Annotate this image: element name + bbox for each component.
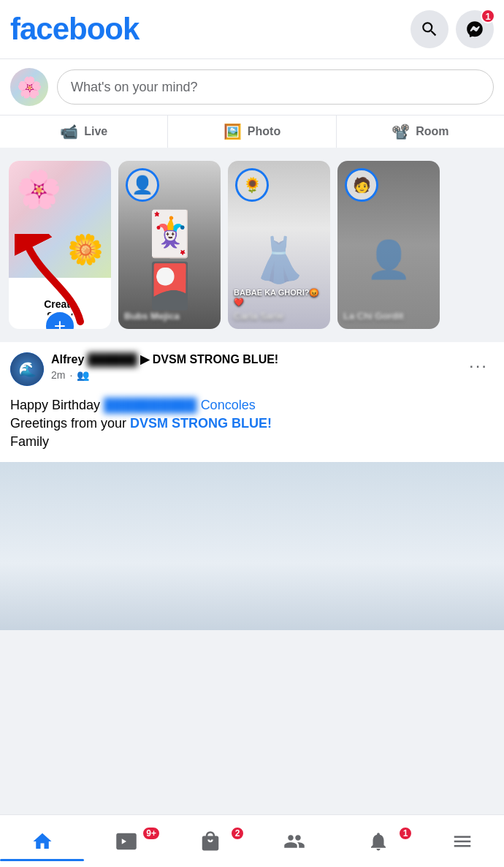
notifications-icon xyxy=(367,830,389,852)
live-icon: 📹 xyxy=(60,123,78,140)
action-bar: 📹 Live 🖼️ Photo 📽️ Room xyxy=(0,115,504,148)
nav-groups[interactable] xyxy=(252,826,336,857)
header: facebook 1 xyxy=(0,0,504,58)
room-icon: 📽️ xyxy=(392,123,410,140)
facebook-logo: facebook xyxy=(10,12,139,47)
post-blue-text: DVSM STRONG BLUE! xyxy=(130,416,272,431)
header-icons: 1 xyxy=(411,10,494,48)
post-placeholder: What's on your mind? xyxy=(71,80,198,95)
story-avatar-3: 🌻 xyxy=(235,168,269,202)
post-section: 🌊 Alfrey ██████ ▶ DVSM STRONG BLUE! 2m ·… xyxy=(0,342,504,630)
messenger-icon xyxy=(465,20,484,39)
post-avatar-inner: 🌊 xyxy=(10,352,44,386)
home-icon xyxy=(31,830,53,852)
post-family: Family xyxy=(10,434,49,449)
post-author-details: Alfrey ██████ ▶ DVSM STRONG BLUE! 2m · 👥 xyxy=(51,352,278,381)
stories-section: + CreateStory 🃏🎴 👤 Bubs Mejica 👗 xyxy=(0,154,504,336)
search-icon xyxy=(420,20,439,39)
story-avatar-4: 🧑 xyxy=(345,168,378,202)
post-author-blurred: ██████ xyxy=(88,352,137,368)
video-icon xyxy=(115,830,137,852)
menu-icon xyxy=(451,830,473,852)
more-options-button[interactable]: ··· xyxy=(463,352,494,379)
live-button[interactable]: 📹 Live xyxy=(0,116,168,148)
post-input[interactable]: What's on your mind? xyxy=(57,69,494,105)
nav-home[interactable] xyxy=(0,826,84,857)
nav-active-bar xyxy=(0,859,84,861)
story-avatar-2: 👤 xyxy=(126,168,159,202)
story-card-3[interactable]: 👗 🌻 BABAE KA GHORI?😡 ❤️ Carla Sarie xyxy=(228,161,330,329)
nav-notifications[interactable]: 1 xyxy=(336,826,420,857)
messenger-badge: 1 xyxy=(481,9,495,23)
groups-icon xyxy=(283,830,305,852)
post-bar: What's on your mind? xyxy=(0,58,504,115)
playing-cards-icon: 🃏🎴 xyxy=(118,208,221,311)
photo-icon: 🖼️ xyxy=(224,123,242,140)
story-username-2: Bubs Mejica xyxy=(124,311,215,322)
birthday-person-blurred: ██████████ xyxy=(104,396,197,414)
marketplace-icon xyxy=(199,830,221,852)
room-button[interactable]: 📽️ Room xyxy=(337,116,504,148)
story-bg-flower xyxy=(9,161,111,278)
post-dot: · xyxy=(69,369,72,381)
post-group-name: DVSM STRONG BLUE! xyxy=(153,353,278,366)
post-name-line: Alfrey ██████ ▶ DVSM STRONG BLUE! xyxy=(51,352,278,368)
post-content: Happy Birthday ██████████ Concoles Greet… xyxy=(0,390,504,462)
post-privacy-icon: 👥 xyxy=(77,369,89,381)
video-badge: 9+ xyxy=(142,826,161,841)
room-label: Room xyxy=(416,125,448,138)
bottom-nav: 9+ 2 1 xyxy=(0,814,504,867)
story-card-2[interactable]: 🃏🎴 👤 Bubs Mejica xyxy=(118,161,221,329)
post-author-info: 🌊 Alfrey ██████ ▶ DVSM STRONG BLUE! 2m ·… xyxy=(10,352,278,386)
marketplace-badge: 2 xyxy=(230,826,245,841)
happy-birthday-text: Happy Birthday xyxy=(10,398,104,412)
post-time: 2m xyxy=(51,369,65,381)
story-overlay-3: BABAE KA GHORI?😡 ❤️ xyxy=(234,288,324,307)
stories-wrapper: + CreateStory 🃏🎴 👤 Bubs Mejica 👗 xyxy=(0,161,504,329)
birthday-suffix: Concoles xyxy=(201,398,256,412)
post-image xyxy=(0,462,504,630)
post-author-avatar[interactable]: 🌊 xyxy=(10,352,44,386)
post-header: 🌊 Alfrey ██████ ▶ DVSM STRONG BLUE! 2m ·… xyxy=(0,342,504,390)
search-button[interactable] xyxy=(411,10,448,48)
create-story-card[interactable]: + CreateStory xyxy=(9,161,111,329)
story-username-4: La Chi Gordit xyxy=(343,311,434,322)
photo-label: Photo xyxy=(248,125,280,138)
story-username-3: Carla Sarie xyxy=(234,311,324,322)
story-card-4[interactable]: 👤 🧑 La Chi Gordit xyxy=(337,161,440,329)
nav-video[interactable]: 9+ xyxy=(84,826,168,857)
notifications-badge: 1 xyxy=(398,826,413,841)
messenger-button[interactable]: 1 xyxy=(456,10,494,48)
greetings-line: Greetings from your xyxy=(10,416,126,431)
post-author-name: Alfrey xyxy=(51,353,84,366)
stories-scroll: + CreateStory 🃏🎴 👤 Bubs Mejica 👗 xyxy=(0,161,504,329)
post-arrow: ▶ xyxy=(140,353,152,366)
live-label: Live xyxy=(84,125,107,138)
photo-button[interactable]: 🖼️ Photo xyxy=(168,116,336,148)
nav-marketplace[interactable]: 2 xyxy=(168,826,252,857)
post-meta: 2m · 👥 xyxy=(51,369,278,381)
nav-menu[interactable] xyxy=(420,826,504,857)
user-avatar xyxy=(10,68,48,106)
